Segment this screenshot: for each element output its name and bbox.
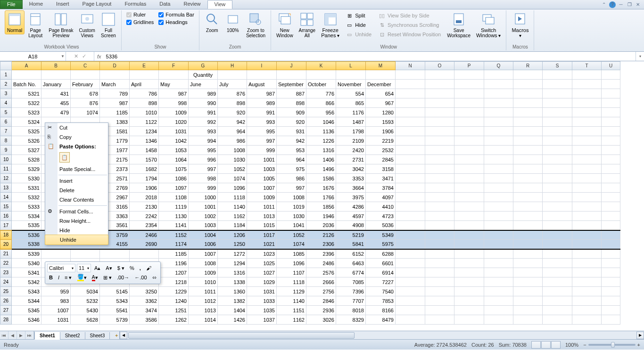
cell[interactable] <box>543 240 572 249</box>
cell[interactable]: 1011 <box>189 287 218 296</box>
cell[interactable] <box>513 80 543 89</box>
cell[interactable]: 5841 <box>336 240 366 249</box>
cell[interactable] <box>513 277 543 287</box>
cell[interactable] <box>454 117 484 127</box>
cell[interactable]: 1118 <box>277 277 306 287</box>
cell[interactable] <box>572 127 602 136</box>
tab-pagelayout[interactable]: Page Layout <box>76 0 118 9</box>
cell[interactable]: 1316 <box>218 268 247 277</box>
cell[interactable] <box>218 70 247 80</box>
cell[interactable] <box>543 146 572 155</box>
name-box[interactable]: ▼ <box>0 52 66 61</box>
sheet-prev-button[interactable]: ◀ <box>8 331 17 339</box>
cell[interactable] <box>602 98 620 108</box>
cell[interactable]: 5343 <box>12 287 41 296</box>
cell[interactable] <box>247 70 277 80</box>
cell[interactable] <box>602 70 620 80</box>
cell[interactable] <box>543 98 572 108</box>
cell[interactable] <box>396 221 425 230</box>
cell[interactable]: 3026 <box>306 315 336 325</box>
cell[interactable] <box>100 70 130 80</box>
cell[interactable] <box>572 183 602 193</box>
cell[interactable] <box>396 89 425 98</box>
cell[interactable]: 1019 <box>277 202 306 212</box>
cell[interactable] <box>572 98 602 108</box>
cell[interactable] <box>572 146 602 155</box>
cell[interactable]: 2466 <box>130 230 159 240</box>
cell[interactable]: 1458 <box>130 146 159 155</box>
cell[interactable]: 3042 <box>336 164 366 174</box>
grow-font-button[interactable]: A▴ <box>92 264 102 272</box>
cell[interactable] <box>543 164 572 174</box>
cell[interactable]: 2219 <box>366 136 396 146</box>
cell[interactable] <box>572 287 602 296</box>
cell[interactable] <box>454 268 484 277</box>
cell[interactable]: 3664 <box>336 183 366 193</box>
formula-input[interactable] <box>104 52 636 61</box>
cell[interactable]: 7085 <box>336 277 366 287</box>
cell[interactable]: 995 <box>189 146 218 155</box>
cell[interactable]: 5036 <box>366 221 396 230</box>
cell[interactable]: 1002 <box>189 212 218 221</box>
cell[interactable]: 1008 <box>189 259 218 268</box>
cell[interactable]: 2396 <box>306 249 336 259</box>
cell[interactable]: 1025 <box>247 259 277 268</box>
cell[interactable]: 909 <box>277 108 306 117</box>
context-format-cells[interactable]: ⚙Format Cells... <box>45 207 108 216</box>
cell[interactable]: 996 <box>189 155 218 164</box>
cell[interactable] <box>454 259 484 268</box>
cell[interactable]: 1162 <box>277 315 306 325</box>
cell[interactable]: 3362 <box>130 296 159 306</box>
full-screen-button[interactable]: Full Screen <box>99 10 118 40</box>
cell[interactable] <box>366 70 396 80</box>
cell[interactable]: 1140 <box>218 202 247 212</box>
cell[interactable] <box>425 315 454 325</box>
cell[interactable] <box>602 183 620 193</box>
cell[interactable]: 1096 <box>218 183 247 193</box>
cell[interactable] <box>602 164 620 174</box>
cell[interactable]: 479 <box>41 108 71 117</box>
cell[interactable]: 991 <box>189 108 218 117</box>
context-row-height[interactable]: Row Height... <box>45 216 108 226</box>
cell[interactable]: 7227 <box>366 277 396 287</box>
cell[interactable] <box>513 127 543 136</box>
cell[interactable]: 6774 <box>336 268 366 277</box>
cell[interactable]: 1152 <box>159 230 189 240</box>
col-header[interactable]: I <box>247 62 277 70</box>
col-header[interactable]: C <box>71 62 100 70</box>
col-header[interactable]: E <box>130 62 159 70</box>
cell[interactable]: 1229 <box>159 287 189 296</box>
cell[interactable]: 5330 <box>12 174 41 183</box>
col-header[interactable]: H <box>218 62 247 70</box>
cell[interactable]: 989 <box>247 98 277 108</box>
name-box-input[interactable] <box>3 54 63 59</box>
cell[interactable]: 5334 <box>12 212 41 221</box>
cell[interactable] <box>484 164 513 174</box>
cell[interactable]: 5975 <box>366 240 396 249</box>
cell[interactable]: 6601 <box>366 259 396 268</box>
context-paste-special[interactable]: Paste Special... <box>45 164 108 174</box>
cell[interactable]: 865 <box>336 98 366 108</box>
cell[interactable]: 1037 <box>247 315 277 325</box>
cell[interactable]: 1682 <box>130 164 159 174</box>
cell[interactable] <box>602 212 620 221</box>
col-header[interactable]: P <box>454 62 484 70</box>
cell[interactable]: 1122 <box>130 117 159 127</box>
cell[interactable]: 920 <box>277 117 306 127</box>
cell[interactable] <box>543 89 572 98</box>
cell[interactable]: 5323 <box>12 108 41 117</box>
cell[interactable]: 1218 <box>159 277 189 287</box>
cell[interactable]: 1196 <box>159 259 189 268</box>
cell[interactable] <box>454 230 484 240</box>
cell[interactable] <box>396 259 425 268</box>
cell[interactable]: 1096 <box>277 259 306 268</box>
cell[interactable]: 997 <box>247 136 277 146</box>
cell[interactable]: 1107 <box>277 268 306 277</box>
cell[interactable]: 1136 <box>306 127 336 136</box>
cell[interactable] <box>425 70 454 80</box>
cell[interactable] <box>425 136 454 146</box>
save-workspace-button[interactable]: Save Workspace <box>445 10 473 40</box>
cell[interactable]: 1162 <box>218 212 247 221</box>
cell[interactable]: 1013 <box>189 306 218 315</box>
cell[interactable] <box>513 249 543 259</box>
